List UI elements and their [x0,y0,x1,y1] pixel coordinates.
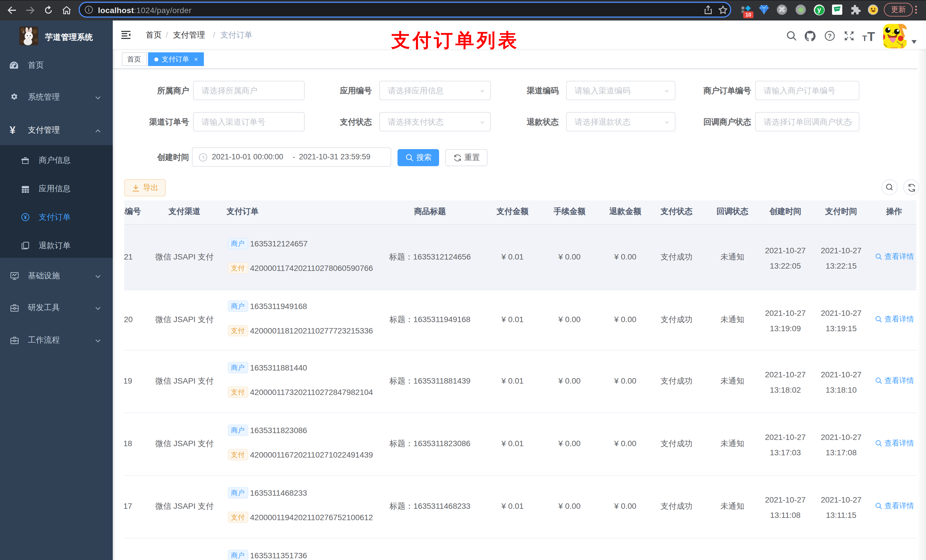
svg-text:?: ? [828,32,831,39]
